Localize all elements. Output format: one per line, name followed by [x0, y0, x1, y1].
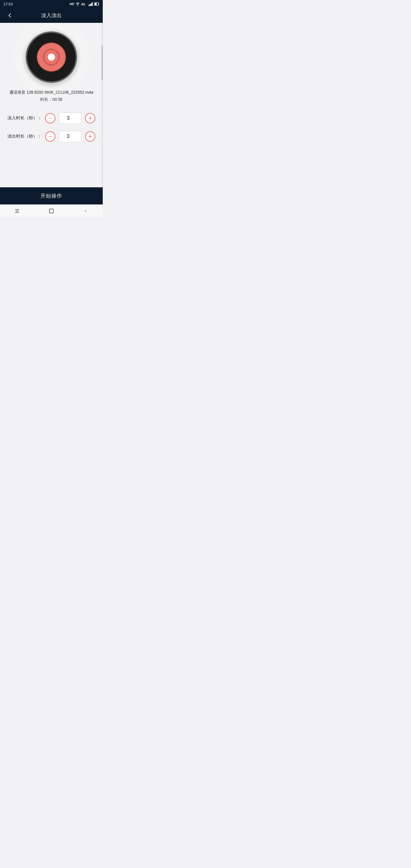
fade-out-row: 淡出时长（秒）： − + — [6, 131, 97, 142]
wifi-icon — [75, 2, 80, 6]
fade-in-input[interactable] — [59, 113, 82, 124]
bottom-bar: 开始操作 — [0, 187, 103, 205]
status-bar: 17:53 HD 4G — [0, 0, 103, 8]
status-time: 17:53 — [3, 2, 13, 6]
svg-rect-4 — [92, 2, 93, 6]
sys-back-button[interactable]: ‹ — [80, 205, 92, 217]
4g-icon: 4G — [81, 2, 87, 6]
start-button[interactable]: 开始操作 — [40, 192, 62, 199]
controls-section: 淡入时长（秒）： − + 淡出时长（秒）： − + — [6, 113, 97, 142]
sys-menu-button[interactable] — [11, 205, 23, 217]
signal-icon — [89, 2, 93, 6]
page-wrapper: 通话录音 139 8200 9608_221106_222552.m4a 时长：… — [0, 23, 103, 187]
svg-text:4G: 4G — [81, 3, 85, 6]
svg-rect-2 — [90, 4, 91, 6]
fade-in-row: 淡入时长（秒）： − + — [6, 113, 97, 124]
main-content: 通话录音 139 8200 9608_221106_222552.m4a 时长：… — [0, 23, 103, 187]
svg-rect-3 — [91, 3, 92, 6]
fade-out-increment-button[interactable]: + — [85, 131, 95, 142]
fade-in-decrement-button[interactable]: − — [45, 113, 55, 123]
vinyl-record — [26, 31, 77, 83]
scroll-thumb — [102, 46, 103, 80]
fade-out-input[interactable] — [59, 131, 82, 142]
back-chevron-icon: ‹ — [85, 208, 87, 214]
hd-indicator: HD — [70, 2, 74, 6]
home-icon — [49, 209, 54, 213]
scroll-indicator — [102, 23, 103, 187]
svg-rect-7 — [99, 3, 99, 5]
fade-in-label: 淡入时长（秒）： — [7, 115, 42, 121]
back-button[interactable] — [5, 10, 15, 21]
menu-icon — [15, 209, 19, 213]
svg-rect-6 — [95, 3, 97, 5]
nav-bar: 淡入淡出 — [0, 8, 103, 23]
fade-out-label: 淡出时长（秒）： — [7, 134, 42, 139]
fade-out-decrement-button[interactable]: − — [45, 131, 55, 142]
file-name: 通话录音 139 8200 9608_221106_222552.m4a — [9, 90, 93, 95]
vinyl-record-container — [26, 31, 77, 83]
system-nav-bar: ‹ — [0, 205, 103, 217]
sys-home-button[interactable] — [45, 205, 58, 217]
status-icons: HD 4G — [70, 2, 99, 6]
page-title: 淡入淡出 — [41, 12, 62, 19]
battery-icon — [94, 2, 99, 6]
svg-rect-1 — [89, 5, 89, 6]
fade-in-increment-button[interactable]: + — [85, 113, 95, 123]
file-duration: 时长：00:38 — [40, 97, 62, 102]
